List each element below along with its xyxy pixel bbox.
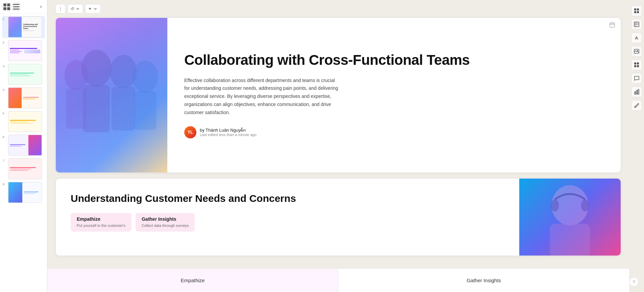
tab-gather-insights[interactable]: Gather Insights	[338, 269, 629, 292]
thumb-progress	[23, 30, 33, 31]
slide-number: 4	[3, 88, 7, 91]
right-btn-comment[interactable]	[631, 73, 642, 84]
right-btn-draw[interactable]	[631, 100, 642, 111]
slide-thumbnail	[8, 87, 42, 108]
tag-empathize-desc: Put yourself in the customer's	[77, 223, 125, 228]
card-tag-empathize: Empathize Put yourself in the customer's	[71, 213, 132, 232]
slide-item[interactable]: 1 Collaborating with Cross-Functional Te…	[2, 16, 45, 38]
second-slide-card: Understanding Customer Needs and Concern…	[55, 178, 621, 256]
rotate-icon: ↺	[71, 6, 74, 11]
calendar-icon	[609, 22, 615, 29]
main-content: ⋮ ↺ ✦	[47, 0, 629, 292]
close-sidebar-button[interactable]: ×	[38, 3, 44, 10]
grid-view-button[interactable]	[3, 3, 11, 11]
slide-item[interactable]: 2	[2, 39, 45, 62]
svg-rect-8	[83, 85, 110, 132]
svg-rect-34	[637, 62, 639, 64]
bottom-tabs: Empathize Gather Insights	[47, 268, 629, 292]
slide-thumbnail	[8, 64, 42, 85]
svg-rect-23	[634, 8, 636, 10]
svg-point-32	[637, 50, 638, 51]
svg-rect-26	[637, 11, 639, 13]
second-slide-title: Understanding Customer Needs and Concern…	[71, 192, 504, 205]
slide-item[interactable]: 7	[2, 158, 45, 180]
svg-rect-35	[634, 65, 636, 67]
main-toolbar: ⋮ ↺ ✦	[55, 4, 101, 14]
sparkle-icon: ✦	[88, 6, 92, 11]
sparkle-button[interactable]: ✦	[85, 4, 101, 14]
list-view-button[interactable]	[12, 3, 20, 11]
svg-point-22	[581, 199, 589, 211]
right-btn-components[interactable]	[631, 59, 642, 70]
comment-icon	[634, 76, 639, 81]
rotate-button[interactable]: ↺	[68, 4, 83, 14]
right-btn-image[interactable]	[631, 46, 642, 57]
slide-number: 6	[3, 135, 7, 139]
chevron-down-icon	[75, 6, 80, 11]
svg-rect-24	[637, 8, 639, 10]
slide-thumbnail: Collaborating with Cross-Functional Team…	[8, 17, 42, 37]
thumb-title: Collaborating with Cross-Functional Team…	[23, 23, 40, 29]
options-icon: ⋮	[58, 6, 63, 11]
tab-empathize[interactable]: Empathize	[47, 269, 338, 292]
slide-list: 1 Collaborating with Cross-Functional Te…	[0, 14, 47, 292]
components-icon	[634, 62, 639, 68]
svg-rect-2	[3, 7, 6, 10]
image-icon	[634, 49, 639, 54]
hero-slide-card: Collaborating with Cross-Functional Team…	[55, 18, 621, 173]
slide-item[interactable]: 6	[2, 134, 45, 156]
help-button[interactable]: ?	[629, 277, 639, 287]
slide-number: 2	[3, 41, 7, 44]
second-slide-image	[519, 179, 621, 256]
author-prefix: by	[200, 128, 206, 133]
options-button[interactable]: ⋮	[55, 4, 66, 14]
slide-thumbnail	[8, 111, 42, 132]
right-btn-layout[interactable]	[631, 5, 642, 16]
slide-item[interactable]: 8	[2, 181, 45, 204]
right-btn-text[interactable]: A	[631, 32, 642, 43]
svg-rect-33	[634, 62, 636, 64]
svg-rect-1	[7, 3, 10, 6]
slide-number: 3	[3, 64, 7, 68]
people-silhouette	[56, 18, 167, 172]
slide-item[interactable]: 5	[2, 110, 45, 133]
svg-rect-27	[634, 22, 639, 27]
svg-rect-14	[134, 91, 157, 130]
chevron-down-icon2	[93, 6, 98, 11]
slide-item[interactable]: 3	[2, 63, 45, 85]
slide-thumbnail	[8, 158, 42, 179]
slide-panel: × 1 Collaborating with Cross-Functional …	[0, 0, 47, 292]
right-btn-table[interactable]	[631, 19, 642, 30]
svg-rect-20	[550, 224, 590, 256]
svg-point-21	[551, 199, 559, 211]
right-btn-chart[interactable]	[631, 86, 642, 97]
tab-gather-insights-label: Gather Insights	[467, 277, 501, 283]
author-info: by Thành Luân Nguyễn Last edited less th…	[200, 128, 257, 137]
svg-rect-15	[610, 23, 615, 27]
slide-number: 5	[3, 112, 7, 115]
svg-rect-38	[636, 90, 637, 94]
card-tags: Empathize Put yourself in the customer's…	[71, 213, 504, 232]
sidebar-header: ×	[0, 0, 47, 14]
slide-number: 8	[3, 183, 7, 186]
hero-author: TL by Thành Luân Nguyễn Last edited less…	[184, 126, 604, 138]
svg-point-11	[65, 60, 88, 90]
author-fullname: Thành Luân Nguyễn	[206, 128, 246, 133]
svg-rect-37	[635, 92, 636, 94]
slide-item[interactable]: 4	[2, 87, 45, 109]
author-avatar: TL	[184, 126, 196, 138]
tag-gather-desc: Collect data through surveys	[142, 223, 189, 228]
tag-empathize-title: Empathize	[77, 216, 125, 222]
question-mark-icon: ?	[633, 280, 635, 285]
author-name: by Thành Luân Nguyễn	[200, 128, 257, 133]
text-icon: A	[635, 35, 638, 41]
svg-rect-6	[13, 9, 19, 10]
slide-number: 7	[3, 159, 7, 162]
table-icon	[634, 22, 639, 27]
svg-rect-12	[66, 88, 87, 129]
second-slide-content: Understanding Customer Needs and Concern…	[56, 179, 519, 256]
slide-thumbnail	[8, 40, 42, 61]
svg-rect-36	[637, 65, 639, 67]
slide-number: 1	[3, 17, 7, 21]
hero-image	[56, 18, 167, 172]
